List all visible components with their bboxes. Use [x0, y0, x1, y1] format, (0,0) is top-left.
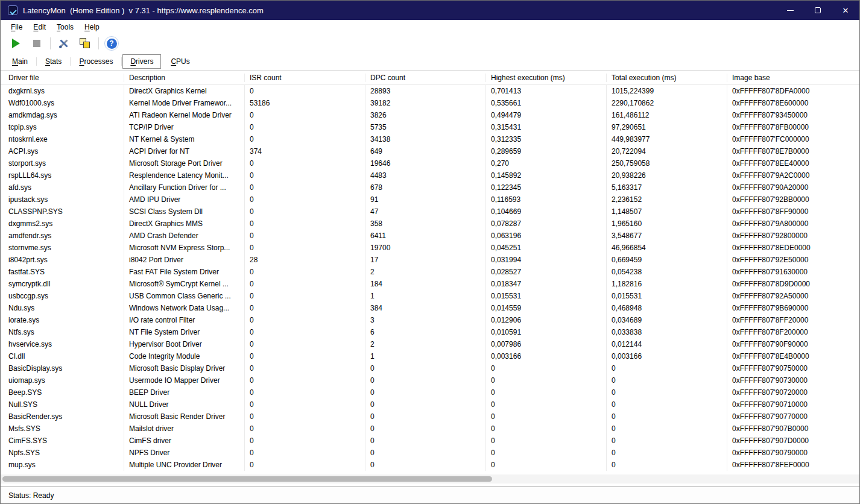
tab-stats[interactable]: Stats [37, 54, 69, 69]
column-header-highest-execution[interactable]: Highest execution (ms) [486, 74, 607, 82]
cell-description: Microsoft Storage Port Driver [124, 157, 245, 169]
cell-description: Windows Network Data Usag... [124, 302, 245, 314]
cell-dpc-count: 184 [365, 278, 486, 290]
table-row[interactable]: tcpip.sysTCP/IP Driver057350,31543197,29… [1, 121, 859, 133]
options-button[interactable] [56, 36, 72, 51]
cell-driver-file: dxgkrnl.sys [1, 85, 124, 97]
cell-driver-file: ACPI.sys [1, 145, 124, 157]
cell-image-base: 0xFFFFF807'90A20000 [727, 181, 859, 194]
table-row[interactable]: Beep.SYSBEEP Driver00000xFFFFF807'907200… [1, 386, 859, 398]
table-row[interactable]: uiomap.sysUsermode IO Mapper Driver00000… [1, 374, 859, 386]
cell-total-execution: 20,722094 [607, 145, 727, 157]
table-row[interactable]: usbccgp.sysUSB Common Class Generic ...0… [1, 290, 859, 302]
table-row[interactable]: Ndu.sysWindows Network Data Usag...03840… [1, 302, 859, 314]
table-row[interactable]: dxgkrnl.sysDirectX Graphics Kernel028893… [1, 85, 859, 97]
menu-file[interactable]: File [5, 21, 28, 33]
cell-driver-file: ntoskrnl.exe [1, 133, 124, 145]
table-row[interactable]: stornvme.sysMicrosoft NVM Express Storp.… [1, 242, 859, 254]
tab-cpus[interactable]: CPUs [163, 54, 197, 69]
cell-driver-file: Null.SYS [1, 398, 124, 411]
cell-image-base: 0xFFFFF807'FC000000 [727, 133, 859, 145]
cell-isr-count: 0 [245, 326, 365, 338]
tab-main[interactable]: Main [4, 54, 36, 69]
table-row[interactable]: BasicRender.sysMicrosoft Basic Render Dr… [1, 411, 859, 423]
cell-image-base: 0xFFFFF807'91630000 [727, 266, 859, 278]
column-header-isr-count[interactable]: ISR count [245, 74, 365, 82]
help-button[interactable]: ? [104, 36, 119, 51]
menu-help[interactable]: Help [79, 21, 105, 33]
cell-total-execution: 0,015531 [607, 290, 727, 302]
cell-description: Microsoft Basic Display Driver [124, 362, 245, 374]
table-row[interactable]: ipustack.sysAMD IPU Driver0910,1165932,2… [1, 194, 859, 206]
cell-total-execution: 0,468948 [607, 302, 727, 314]
cell-dpc-count: 1 [365, 350, 486, 362]
table-row[interactable]: Null.SYSNULL Driver00000xFFFFF807'907100… [1, 398, 859, 411]
cell-description: NT Kernel & System [124, 133, 245, 145]
cell-description: Resplendence Latency Monit... [124, 169, 245, 181]
maximize-button[interactable] [804, 1, 832, 20]
table-row[interactable]: BasicDisplay.sysMicrosoft Basic Display … [1, 362, 859, 374]
table-row[interactable]: mup.sysMultiple UNC Provider Driver00000… [1, 459, 859, 471]
table-row[interactable]: afd.sysAncillary Function Driver for ...… [1, 181, 859, 194]
cell-dpc-count: 0 [365, 362, 486, 374]
horizontal-scrollbar[interactable] [1, 474, 859, 484]
cell-highest-execution: 0 [486, 386, 607, 398]
table-row[interactable]: rspLLL64.sysResplendence Latency Monit..… [1, 169, 859, 181]
table-row[interactable]: dxgmms2.sysDirectX Graphics MMS03580,078… [1, 218, 859, 230]
column-header-total-execution[interactable]: Total execution (ms) [607, 74, 727, 82]
cell-isr-count: 28 [245, 254, 365, 266]
table-row[interactable]: iorate.sysI/O rate control Filter030,012… [1, 314, 859, 326]
table-row[interactable]: Npfs.SYSNPFS Driver00000xFFFFF807'907900… [1, 447, 859, 459]
cell-dpc-count: 5735 [365, 121, 486, 133]
cell-highest-execution: 0 [486, 398, 607, 411]
cell-dpc-count: 28893 [365, 85, 486, 97]
cell-image-base: 0xFFFFF807'907B0000 [727, 423, 859, 435]
cell-description: DirectX Graphics Kernel [124, 85, 245, 97]
menu-edit[interactable]: Edit [28, 21, 51, 33]
column-header-image-base[interactable]: Image base [727, 74, 859, 82]
table-row[interactable]: CimFS.SYSCimFS driver00000xFFFFF807'907D… [1, 435, 859, 447]
tab-drivers[interactable]: Drivers [122, 54, 161, 69]
stop-monitoring-button[interactable] [29, 36, 45, 51]
column-header-dpc-count[interactable]: DPC count [365, 74, 486, 82]
table-row[interactable]: fastfat.SYSFast FAT File System Driver02… [1, 266, 859, 278]
table-row[interactable]: Wdf01000.sysKernel Mode Driver Framewor.… [1, 97, 859, 109]
start-monitoring-button[interactable] [8, 36, 24, 51]
cell-highest-execution: 0 [486, 423, 607, 435]
table-row[interactable]: amdfendr.sysAMD Crash Defender064110,063… [1, 230, 859, 242]
cell-dpc-count: 0 [365, 435, 486, 447]
menu-tools[interactable]: Tools [51, 21, 79, 33]
cell-highest-execution: 0,078287 [486, 218, 607, 230]
cell-description: Kernel Mode Driver Framewor... [124, 97, 245, 109]
minimize-button[interactable] [776, 1, 804, 20]
cell-description: I/O rate control Filter [124, 314, 245, 326]
table-row[interactable]: hvservice.sysHypervisor Boot Driver020,0… [1, 338, 859, 350]
table-row[interactable]: amdkmdag.sysATI Radeon Kernel Mode Drive… [1, 109, 859, 121]
cell-dpc-count: 6411 [365, 230, 486, 242]
cell-highest-execution: 0 [486, 411, 607, 423]
cell-description: i8042 Port Driver [124, 254, 245, 266]
cell-highest-execution: 0 [486, 435, 607, 447]
table-row[interactable]: i8042prt.sysi8042 Port Driver28170,03199… [1, 254, 859, 266]
table-row[interactable]: CI.dllCode Integrity Module010,0031660,0… [1, 350, 859, 362]
cell-image-base: 0xFFFFF807'907D0000 [727, 435, 859, 447]
hscroll-thumb[interactable] [2, 476, 492, 482]
cell-description: ACPI Driver for NT [124, 145, 245, 157]
table-row[interactable]: storport.sysMicrosoft Storage Port Drive… [1, 157, 859, 169]
copy-report-button[interactable] [77, 36, 93, 51]
table-row[interactable]: Msfs.SYSMailslot driver00000xFFFFF807'90… [1, 423, 859, 435]
close-button[interactable]: ✕ [832, 1, 859, 20]
table-row[interactable]: Ntfs.sysNT File System Driver060,0105910… [1, 326, 859, 338]
cell-highest-execution: 0,289659 [486, 145, 607, 157]
column-header-description[interactable]: Description [124, 74, 245, 82]
table-row[interactable]: symcryptk.dllMicrosoft® SymCrypt Kernel … [1, 278, 859, 290]
tab-processes[interactable]: Processes [71, 54, 121, 69]
table-row[interactable]: ntoskrnl.exeNT Kernel & System0341380,31… [1, 133, 859, 145]
table-row[interactable]: CLASSPNP.SYSSCSI Class System Dll0470,10… [1, 206, 859, 218]
cell-driver-file: Wdf01000.sys [1, 97, 124, 109]
column-header-driver-file[interactable]: Driver file [1, 74, 124, 82]
cell-image-base: 0xFFFFF807'9A800000 [727, 218, 859, 230]
cell-description: Fast FAT File System Driver [124, 266, 245, 278]
cell-isr-count: 0 [245, 242, 365, 254]
table-row[interactable]: ACPI.sysACPI Driver for NT3746490,289659… [1, 145, 859, 157]
